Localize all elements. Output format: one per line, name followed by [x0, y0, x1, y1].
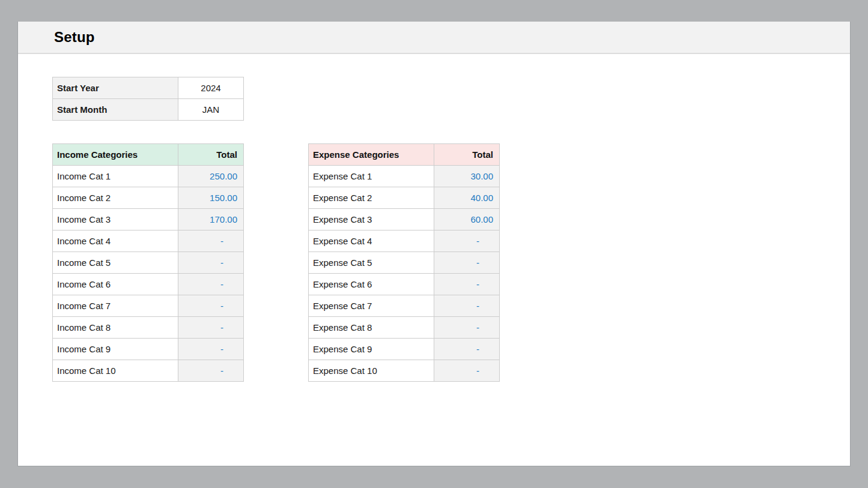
start-year-label: Start Year	[53, 77, 178, 99]
table-row: Expense Cat 9 -	[309, 339, 500, 360]
table-header-row: Expense Categories Total	[309, 144, 500, 166]
table-row: Income Cat 7 -	[53, 295, 244, 317]
income-cat-5-total-cell[interactable]: -	[178, 252, 244, 274]
table-row: Income Cat 5 -	[53, 252, 244, 274]
income-cat-6-total-cell[interactable]: -	[178, 274, 244, 295]
expense-cat-4-cell[interactable]: Expense Cat 4	[309, 230, 434, 252]
income-cat-9-total-cell[interactable]: -	[178, 339, 244, 360]
expense-total-header: Total	[434, 144, 500, 166]
income-cat-2-total-cell[interactable]: 150.00	[178, 187, 244, 209]
income-cat-10-total-cell[interactable]: -	[178, 360, 244, 382]
table-row: Expense Cat 7 -	[309, 295, 500, 317]
table-header-row: Income Categories Total	[53, 144, 244, 166]
table-row: Income Cat 3 170.00	[53, 209, 244, 230]
table-row: Income Cat 1 250.00	[53, 166, 244, 187]
table-row: Income Cat 6 -	[53, 274, 244, 295]
expense-cat-8-total-cell[interactable]: -	[434, 317, 500, 339]
table-row: Income Cat 2 150.00	[53, 187, 244, 209]
table-row: Expense Cat 2 40.00	[309, 187, 500, 209]
income-cat-5-cell[interactable]: Income Cat 5	[53, 252, 178, 274]
table-row: Expense Cat 8 -	[309, 317, 500, 339]
table-row: Income Cat 8 -	[53, 317, 244, 339]
start-year-value-cell[interactable]: 2024	[178, 77, 244, 99]
expense-cat-10-cell[interactable]: Expense Cat 10	[309, 360, 434, 382]
table-row: Expense Cat 6 -	[309, 274, 500, 295]
income-cat-4-cell[interactable]: Income Cat 4	[53, 230, 178, 252]
income-cat-3-cell[interactable]: Income Cat 3	[53, 209, 178, 230]
expense-cat-1-total-cell[interactable]: 30.00	[434, 166, 500, 187]
income-cat-3-total-cell[interactable]: 170.00	[178, 209, 244, 230]
expense-cat-9-cell[interactable]: Expense Cat 9	[309, 339, 434, 360]
table-row: Expense Cat 4 -	[309, 230, 500, 252]
table-row: Income Cat 9 -	[53, 339, 244, 360]
start-month-value-cell[interactable]: JAN	[178, 99, 244, 121]
start-month-label: Start Month	[53, 99, 178, 121]
income-cat-8-cell[interactable]: Income Cat 8	[53, 317, 178, 339]
income-cat-7-total-cell[interactable]: -	[178, 295, 244, 317]
income-total-header: Total	[178, 144, 244, 166]
sheet-header-band: Setup	[18, 22, 850, 54]
income-categories-table: Income Categories Total Income Cat 1 250…	[52, 143, 244, 382]
expense-cat-7-total-cell[interactable]: -	[434, 295, 500, 317]
table-row: Expense Cat 10 -	[309, 360, 500, 382]
expense-cat-8-cell[interactable]: Expense Cat 8	[309, 317, 434, 339]
expense-cat-3-total-cell[interactable]: 60.00	[434, 209, 500, 230]
table-row: Income Cat 10 -	[53, 360, 244, 382]
expense-cat-6-cell[interactable]: Expense Cat 6	[309, 274, 434, 295]
table-row: Start Month JAN	[53, 99, 244, 121]
table-row: Expense Cat 5 -	[309, 252, 500, 274]
income-cat-1-total-cell[interactable]: 250.00	[178, 166, 244, 187]
income-cat-7-cell[interactable]: Income Cat 7	[53, 295, 178, 317]
expense-cat-7-cell[interactable]: Expense Cat 7	[309, 295, 434, 317]
expense-cat-10-total-cell[interactable]: -	[434, 360, 500, 382]
expense-cat-6-total-cell[interactable]: -	[434, 274, 500, 295]
income-cat-4-total-cell[interactable]: -	[178, 230, 244, 252]
expense-cat-2-cell[interactable]: Expense Cat 2	[309, 187, 434, 209]
income-cat-8-total-cell[interactable]: -	[178, 317, 244, 339]
expense-cat-1-cell[interactable]: Expense Cat 1	[309, 166, 434, 187]
start-settings-table: Start Year 2024 Start Month JAN	[52, 77, 244, 121]
income-cat-9-cell[interactable]: Income Cat 9	[53, 339, 178, 360]
expense-cat-9-total-cell[interactable]: -	[434, 339, 500, 360]
table-row: Expense Cat 3 60.00	[309, 209, 500, 230]
page-title: Setup	[54, 29, 95, 46]
table-row: Income Cat 4 -	[53, 230, 244, 252]
table-row: Expense Cat 1 30.00	[309, 166, 500, 187]
expense-cat-4-total-cell[interactable]: -	[434, 230, 500, 252]
setup-sheet-card: Setup Start Year 2024 Start Month JAN In…	[17, 22, 851, 466]
table-row: Start Year 2024	[53, 77, 244, 99]
expense-cat-3-cell[interactable]: Expense Cat 3	[309, 209, 434, 230]
income-categories-header: Income Categories	[53, 144, 178, 166]
expense-categories-header: Expense Categories	[309, 144, 434, 166]
income-cat-2-cell[interactable]: Income Cat 2	[53, 187, 178, 209]
income-cat-6-cell[interactable]: Income Cat 6	[53, 274, 178, 295]
expense-categories-table: Expense Categories Total Expense Cat 1 3…	[308, 143, 500, 382]
expense-cat-5-total-cell[interactable]: -	[434, 252, 500, 274]
expense-cat-5-cell[interactable]: Expense Cat 5	[309, 252, 434, 274]
income-cat-10-cell[interactable]: Income Cat 10	[53, 360, 178, 382]
expense-cat-2-total-cell[interactable]: 40.00	[434, 187, 500, 209]
income-cat-1-cell[interactable]: Income Cat 1	[53, 166, 178, 187]
